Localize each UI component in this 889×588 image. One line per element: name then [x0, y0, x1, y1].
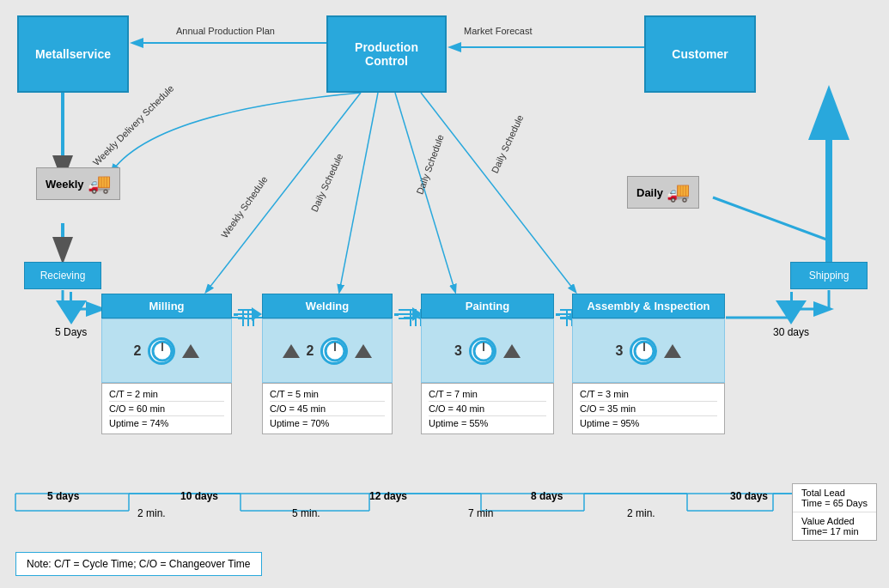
note-box: Note: C/T = Cycle Time; C/O = Changeover… [15, 552, 262, 576]
weekly-schedule-label: Weekly Schedule [219, 174, 269, 239]
legend-box: Total LeadTime = 65 Days Value AddedTime… [792, 483, 877, 541]
svg-line-26 [206, 93, 361, 292]
metallservice-label: Metallservice [35, 47, 111, 61]
production-control-box: ProductionControl [326, 15, 447, 93]
customer-label: Customer [672, 47, 728, 61]
receiving-box: Recieving [24, 262, 101, 289]
daily-schedule3-label: Daily Schedule [490, 113, 526, 175]
painting-operators: 3 [454, 343, 462, 359]
welding-operators: 2 [307, 343, 314, 359]
assembly-operators: 3 [616, 343, 624, 359]
milling-operators: 2 [134, 343, 142, 359]
legend-total-lead: Total LeadTime = 65 Days [793, 484, 876, 512]
push-arrow-2 [394, 307, 423, 321]
tl-time-0: 2 min. [137, 507, 166, 519]
assembly-process: Assembly & Inspection 3 C/T = 3 min C/O … [572, 294, 725, 434]
inventory-right-marker: 30 days [773, 292, 809, 338]
daily-schedule2-label: Daily Schedule [414, 133, 445, 196]
truck-icon-daily: 🚚 [667, 181, 690, 203]
milling-gauge [148, 337, 175, 365]
value-stream-map: Metallservice ProductionControl Customer… [0, 0, 889, 588]
milling-header: Milling [101, 294, 232, 318]
metallservice-box: Metallservice [17, 15, 129, 93]
tl-time-3: 2 min. [627, 507, 655, 519]
push-arrow-1 [234, 307, 262, 321]
milling-info: C/T = 2 min C/O = 60 min Uptime = 74% [101, 383, 232, 434]
assembly-header: Assembly & Inspection [572, 294, 725, 318]
welding-gauge [320, 337, 348, 365]
painting-gauge [469, 337, 496, 365]
welding-info: C/T = 5 min C/O = 45 min Uptime = 70% [262, 383, 393, 434]
annual-plan-label: Annual Production Plan [176, 26, 275, 36]
assembly-info: C/T = 3 min C/O = 35 min Uptime = 95% [572, 383, 725, 434]
tl-days-0: 5 days [47, 490, 79, 502]
painting-info: C/T = 7 min C/O = 40 min Uptime = 55% [421, 383, 554, 434]
daily-truck: Daily 🚚 [627, 176, 699, 209]
svg-line-27 [339, 93, 378, 292]
tl-days-4: 30 days [730, 490, 768, 502]
daily-schedule1-label: Daily Schedule [309, 152, 345, 214]
market-forecast-label: Market Forecast [464, 26, 532, 36]
tl-time-2: 7 min [468, 507, 493, 519]
svg-line-29 [421, 93, 575, 292]
painting-header: Painting [421, 294, 554, 318]
customer-box: Customer [644, 15, 756, 93]
legend-value-added: Value AddedTime= 17 min [793, 512, 876, 540]
truck-icon-weekly: 🚚 [88, 173, 111, 195]
tl-days-3: 8 days [531, 490, 563, 502]
welding-process: Welding 2 C/T = 5 min C/O = 45 min Uptim… [262, 294, 393, 434]
painting-process: Painting 3 C/T = 7 min C/O = 40 min Upti… [421, 294, 554, 434]
welding-header: Welding [262, 294, 393, 318]
milling-process: Milling 2 C/T = 2 min C/O = 60 min Uptim… [101, 294, 232, 434]
svg-line-25 [713, 197, 829, 240]
inventory-left-marker: 5 Days [55, 292, 87, 338]
tl-days-1: 10 days [180, 490, 218, 502]
shipping-box: Shipping [790, 262, 868, 289]
tl-days-2: 12 days [369, 490, 407, 502]
assembly-gauge [630, 337, 657, 365]
weekly-delivery-label: Weekly Delivery Schedule [91, 83, 176, 168]
tl-time-1: 5 min. [292, 507, 320, 519]
production-control-label: ProductionControl [355, 40, 418, 68]
weekly-truck: Weekly 🚚 [36, 167, 120, 200]
